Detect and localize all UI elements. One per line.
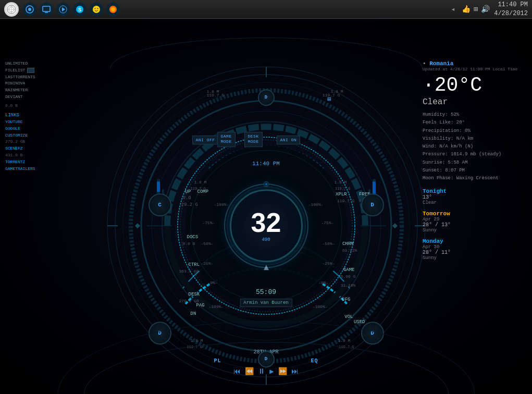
forecast-tonight: Tonight 13° Clear	[423, 188, 527, 205]
center-number: 32	[251, 209, 281, 236]
volume-icon: 🔊	[481, 5, 490, 14]
taskbar-icons: S	[23, 3, 451, 16]
weather-condition: Clear	[423, 97, 527, 107]
track-name: Armin van Buuren	[240, 299, 292, 307]
windows-icon: ⊞	[327, 95, 331, 103]
sidebar-google[interactable]: GOOGLE	[5, 126, 35, 132]
system-tray: 👍 ⊞ 🔊	[462, 5, 490, 14]
monday-label: Monday	[423, 238, 527, 244]
pag-label: PAG	[196, 303, 205, 308]
weather-details: Humidity: 52% Feels Like: 20° Precipitat…	[423, 111, 527, 183]
pct-0-tr: -0%-	[318, 280, 328, 285]
pressure: Pressure: 1014.9 mb (steady)	[423, 151, 527, 158]
xplr-label: XPLR	[336, 192, 347, 197]
tomorrow-label: Tomorrow	[423, 211, 527, 217]
sidebar-customize-val: 279.2 GB	[5, 139, 35, 145]
top-arc	[110, 38, 423, 69]
svg-point-12	[93, 6, 100, 13]
pct-100-bl: -100%-	[209, 304, 224, 309]
visibility: Visibility: N/A km	[423, 135, 527, 143]
settings-tb-icon[interactable]	[23, 3, 36, 16]
desk-label: DESK	[189, 292, 200, 297]
sidebar-customize[interactable]: CUSTOMIZE	[5, 132, 35, 139]
svg-rect-6	[43, 6, 50, 11]
ctrl-label: CTRL	[189, 262, 200, 267]
svg-rect-32	[157, 181, 160, 192]
docs-label: DOCS	[187, 235, 199, 240]
desk-mode-button[interactable]: DESKMODE	[244, 132, 263, 147]
tomorrow-sub: Apr 29	[423, 217, 527, 222]
skype-tb-icon[interactable]: S	[73, 3, 86, 16]
monday-temp: 28° / 11°	[423, 250, 527, 255]
monitor-tb-icon[interactable]	[40, 3, 53, 16]
game-label: GAME	[343, 267, 355, 273]
pct-75-tl: -75%-	[203, 220, 215, 225]
tl-ring-val: 1.8 M	[194, 180, 207, 184]
tomorrow-temp: 28° / 13°	[423, 222, 527, 228]
forecast-monday: Monday Apr 30 28° / 11° Sunny	[423, 238, 527, 261]
pct-25-tr: -25%-	[322, 261, 335, 266]
humidity: Humidity: 52%	[423, 111, 527, 119]
svg-point-13	[95, 8, 96, 9]
ctrl-value: 363.5 GB	[179, 269, 199, 274]
sidebar-mininova[interactable]: MININOVA	[5, 80, 35, 87]
chrm-label: CHRM	[342, 241, 354, 247]
pct-100-tr: -100%-	[308, 202, 324, 207]
dn-label: DN	[191, 311, 196, 316]
clock-time: 11:40 PM	[494, 1, 528, 9]
sidebar-filelist[interactable]: FILELIST	[5, 67, 35, 74]
pct-100-br: -100%-	[313, 304, 328, 309]
sidebar-lasttorrents[interactable]: LASTTORRENTS	[5, 74, 35, 81]
left-sidebar: UNLIMITED FILELIST LASTTORRENTS MININOVA…	[5, 60, 35, 174]
docs-value: 0.0 B	[183, 241, 195, 246]
center-display: 32 490	[230, 189, 303, 262]
sidebar-gametrailers[interactable]: GAMETRAILERS	[5, 166, 35, 173]
emoji-tb-icon[interactable]	[90, 3, 103, 16]
sidebar-unlimited[interactable]: UNLIMITED	[5, 60, 35, 67]
pct-75-tr: -75%-	[321, 220, 333, 225]
play-tb-icon[interactable]	[56, 3, 70, 16]
ani-off-button[interactable]: ANI OFF	[192, 136, 219, 144]
tl-circle-icon[interactable]: C	[149, 193, 171, 216]
tonight-label: Tonight	[423, 188, 527, 194]
ani-on-button[interactable]: ANI ON	[277, 136, 301, 144]
sidebar-torrentz[interactable]: TORRENTZ	[5, 159, 35, 166]
weather-location: • Romania	[423, 60, 527, 67]
wind: Wind: N/A km/h (N)	[423, 143, 527, 151]
svg-point-14	[97, 8, 98, 9]
taskbar-expand-arrow[interactable]: ◂	[451, 5, 455, 14]
sidebar-scenefz[interactable]: SCENEFZ	[5, 145, 35, 152]
start-button[interactable]	[4, 2, 19, 17]
tr-circle-icon[interactable]: D	[361, 193, 384, 216]
tonight-cond: Clear	[423, 200, 527, 205]
center-sublabel: 490	[262, 237, 270, 242]
weather-updated: Updated at 4/28/12 11:00 PM Local Time	[423, 67, 527, 71]
tonight-temp: 13°	[423, 194, 527, 200]
pct-0-tl: -0%-	[208, 280, 218, 285]
used-label: USED	[354, 319, 365, 325]
track-time: 55:09	[256, 288, 276, 296]
vol-label: VOL	[344, 314, 353, 319]
sidebar-val-1: 0.0 B	[5, 103, 35, 109]
links-title: LINKS	[5, 112, 35, 119]
game-mode-button[interactable]: GAMEMODE	[217, 132, 236, 147]
monday-cond: Sunny	[423, 255, 527, 261]
pct-25-tl: -25%-	[201, 261, 214, 266]
sidebar-deviant[interactable]: DEVIANT	[5, 94, 35, 101]
sunset: Sunset: 8:07 PM	[423, 167, 527, 175]
monday-sub: Apr 30	[423, 244, 527, 250]
filelist-icon	[27, 68, 34, 73]
weather-temperature: ·20°C	[423, 76, 527, 95]
sidebar-youtube[interactable]: YOUTUBE	[5, 119, 35, 126]
links-section: UNLIMITED FILELIST LASTTORRENTS MININOVA…	[5, 60, 35, 172]
top-center-icon[interactable]: D	[258, 89, 275, 106]
cfg-label: CFG	[342, 297, 350, 302]
sunrise: Sunrise: 5:58 AM	[423, 159, 527, 167]
svg-point-16	[111, 7, 115, 11]
window-icon: ⊞	[474, 5, 478, 14]
sidebar-rainmeter[interactable]: RAINMETER	[5, 87, 35, 94]
xplr-sub: 119.7 G	[337, 199, 355, 203]
browser-tb-icon[interactable]	[106, 3, 120, 16]
svg-marker-43	[135, 223, 140, 228]
weather-panel: • Romania Updated at 4/28/12 11:00 PM Lo…	[423, 60, 527, 261]
